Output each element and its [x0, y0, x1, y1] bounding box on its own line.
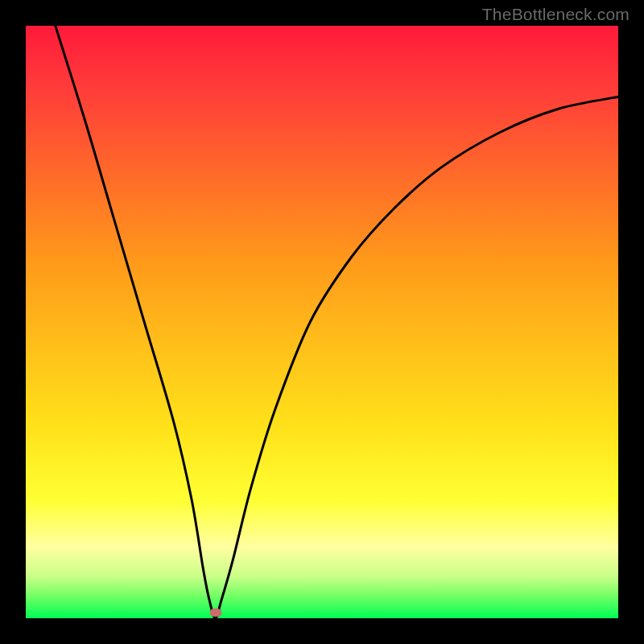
chart-frame: TheBottleneck.com [0, 0, 644, 644]
plot-area [26, 26, 618, 618]
optimal-point-marker [210, 609, 221, 617]
curve-svg [26, 26, 618, 618]
bottleneck-curve [56, 26, 618, 618]
watermark-text: TheBottleneck.com [482, 5, 630, 24]
